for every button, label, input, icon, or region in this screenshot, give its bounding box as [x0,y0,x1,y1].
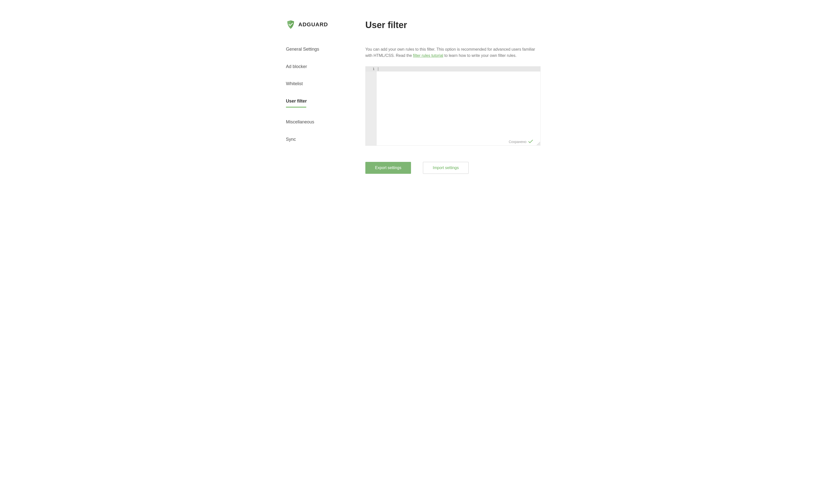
editor-area [377,67,540,145]
sidebar-item-userfilter[interactable]: User filter [286,98,360,108]
sidebar-item-sync[interactable]: Sync [286,137,360,142]
sidebar: ADGUARD General Settings Ad blocker Whit… [235,20,365,174]
check-icon [528,140,533,144]
export-settings-button[interactable]: Export settings [365,162,411,174]
editor-gutter [366,67,377,145]
resize-handle-icon[interactable] [536,141,540,145]
saved-label: Сохранено [509,140,526,144]
sidebar-item-label: Ad blocker [286,64,307,69]
brand-logo: ADGUARD [286,20,360,29]
brand-name: ADGUARD [298,21,328,28]
sidebar-item-label: Sync [286,137,296,142]
sidebar-item-label: Whitelist [286,81,303,86]
line-number: 1 [366,67,377,71]
sidebar-nav: General Settings Ad blocker Whitelist Us… [286,47,360,142]
page-title: User filter [365,20,540,30]
sidebar-item-miscellaneous[interactable]: Miscellaneous [286,120,360,125]
sidebar-item-adblocker[interactable]: Ad blocker [286,64,360,70]
settings-buttons: Export settings Import settings [365,162,540,174]
sidebar-item-whitelist[interactable]: Whitelist [286,81,360,87]
sidebar-item-general[interactable]: General Settings [286,47,360,52]
editor-line-row: 1 [366,67,540,72]
filter-rules-tutorial-link[interactable]: filter rules tutorial [413,53,443,58]
page-description: You can add your own rules to this filte… [365,47,540,59]
active-underline [286,107,306,107]
svg-line-2 [539,144,540,145]
rules-editor: 1 Сохранено [365,66,540,146]
shield-check-icon [286,20,295,29]
description-text-post: to learn how to write your own filter ru… [443,53,517,58]
import-settings-button[interactable]: Import settings [423,162,469,174]
sidebar-item-label: Miscellaneous [286,120,314,124]
sidebar-item-label: General Settings [286,47,319,52]
rules-textarea[interactable] [377,72,540,145]
saved-status: Сохранено [509,140,533,144]
sidebar-item-label: User filter [286,98,307,103]
text-cursor [378,67,378,71]
main-content: User filter You can add your own rules t… [365,20,590,174]
